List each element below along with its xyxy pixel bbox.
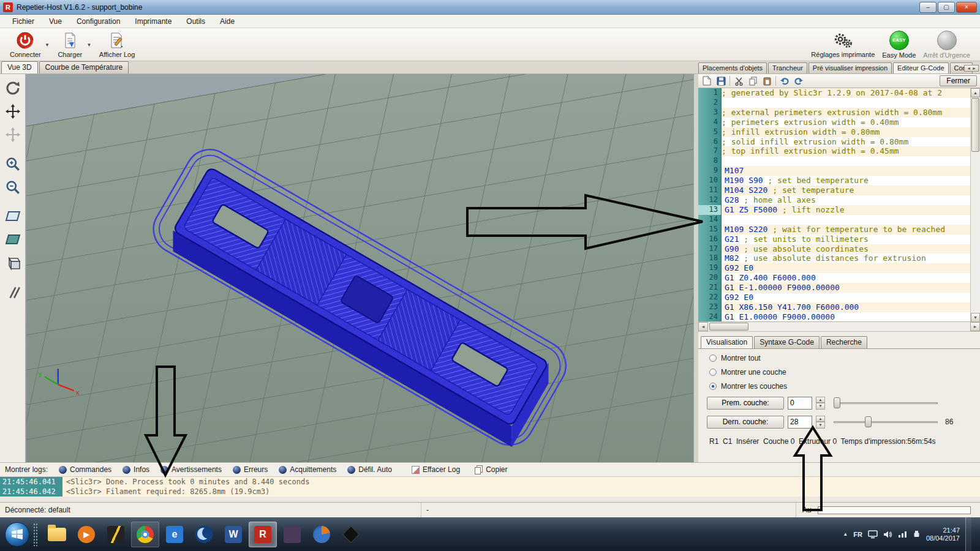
taskbar-media-player[interactable]: ▶ xyxy=(72,522,100,547)
connect-button[interactable]: Connecter xyxy=(6,30,45,59)
log-action-effacer-log[interactable]: Effacer Log xyxy=(412,465,460,474)
network-tray-icon[interactable] xyxy=(898,530,907,538)
taskbar-repetier-host[interactable]: R xyxy=(249,522,277,547)
close-editor-button[interactable]: Fermer xyxy=(940,75,977,86)
new-file-button[interactable] xyxy=(701,75,712,86)
log-toggle-commandes[interactable]: Commandes xyxy=(59,465,111,474)
taskbar-chrome[interactable] xyxy=(131,522,159,547)
slice-view-button[interactable] xyxy=(2,282,23,303)
radio-montrer-les-couches[interactable]: Montrer les couches xyxy=(709,382,971,391)
log-toggle-acquittements[interactable]: Acquittements xyxy=(279,465,336,474)
gcode-line[interactable]: 10M190 S90 ; set bed temperature xyxy=(698,176,970,186)
tab-editeur-g-code[interactable]: Editeur G-Code xyxy=(893,62,948,73)
close-button[interactable]: × xyxy=(956,2,977,13)
menu-item-configuration[interactable]: Configuration xyxy=(69,16,127,27)
menu-item-vue[interactable]: Vue xyxy=(42,16,69,27)
first-layer-button[interactable]: Prem. couche: xyxy=(707,397,784,410)
menu-item-aide[interactable]: Aide xyxy=(213,16,242,27)
menu-item-outils[interactable]: Outils xyxy=(179,16,213,27)
box-view-button[interactable] xyxy=(2,253,23,274)
rotate-view-button[interactable] xyxy=(2,78,23,99)
zoom-in-button[interactable] xyxy=(2,154,23,174)
first-layer-spinner[interactable]: ▲▼ xyxy=(816,397,825,410)
scroll-right-button[interactable]: ► xyxy=(970,322,980,331)
gcode-line[interactable]: 22G92 E0 xyxy=(698,293,970,302)
gcode-line[interactable]: 13G1 Z5 F5000 ; lift nozzle xyxy=(698,205,970,215)
volume-tray-icon[interactable] xyxy=(883,530,892,539)
power-tray-icon[interactable] xyxy=(913,530,921,538)
gcode-line[interactable]: 20G1 Z0.400 F6000.000 xyxy=(698,273,970,283)
gcode-line[interactable]: 18M82 ; use absolute distances for extru… xyxy=(698,253,970,263)
gcode-line[interactable]: 19G92 E0 xyxy=(698,263,970,273)
maximize-button[interactable]: ▢ xyxy=(938,2,955,13)
tab-trancheur[interactable]: Trancheur xyxy=(768,62,807,73)
last-layer-spinner[interactable]: ▲▼ xyxy=(816,416,825,429)
editor-hscrollbar[interactable]: ◄ ► xyxy=(698,322,980,332)
easy-mode-button[interactable]: EASY Easy Mode xyxy=(878,29,919,60)
vscroll-thumb[interactable] xyxy=(971,98,979,152)
gcode-line[interactable]: 6; solid infill extrusion width = 0.80mm xyxy=(698,137,970,147)
log-toggle-d-fil-auto[interactable]: Défil. Auto xyxy=(347,465,392,474)
last-layer-input[interactable] xyxy=(788,416,812,429)
start-button[interactable] xyxy=(5,522,29,547)
tab-vue-3d[interactable]: Vue 3D xyxy=(1,61,38,73)
cut-button[interactable] xyxy=(733,75,744,86)
move-view-button[interactable] xyxy=(2,101,23,122)
save-button[interactable] xyxy=(715,75,726,86)
gcode-line[interactable]: 5; infill extrusion width = 0.80mm xyxy=(698,127,970,137)
paste-button[interactable] xyxy=(761,75,772,86)
last-layer-slider[interactable] xyxy=(834,416,938,428)
gcode-line[interactable]: 15M109 S220 ; wait for temperature to be… xyxy=(698,225,970,234)
emergency-stop-button[interactable]: Arrêt d'Urgence xyxy=(919,29,974,60)
minimize-button[interactable]: – xyxy=(919,2,937,13)
gcode-line[interactable]: 7; top infill extrusion width = 0.45mm xyxy=(698,146,970,156)
taskbar-firefox[interactable] xyxy=(307,522,336,547)
connect-dropdown[interactable]: ▾ xyxy=(45,42,50,48)
redo-button[interactable] xyxy=(793,75,804,86)
taskbar-browser-moon[interactable] xyxy=(190,522,218,547)
iso-view-button[interactable] xyxy=(2,230,23,250)
gcode-line[interactable]: 16G21 ; set units to millimeters xyxy=(698,234,970,244)
move-object-button[interactable] xyxy=(2,124,23,145)
taskbar-inkscape[interactable] xyxy=(337,522,365,547)
gcode-line[interactable]: 24G1 E1.00000 F9000.00000 xyxy=(698,312,970,322)
tab-recherche[interactable]: Recherche xyxy=(821,336,867,348)
taskbar-windows-explorer[interactable] xyxy=(43,522,71,547)
first-layer-slider[interactable] xyxy=(834,397,938,409)
last-layer-slider-thumb[interactable] xyxy=(865,416,872,427)
gcode-line[interactable]: 9M107 xyxy=(698,166,970,176)
gcode-line[interactable]: 1; generated by Slic3r 1.2.9 on 2017-04-… xyxy=(698,88,970,98)
top-view-button[interactable] xyxy=(2,206,23,227)
copy-button[interactable] xyxy=(747,75,758,86)
taskbar-grip[interactable] xyxy=(33,523,39,546)
show-log-button[interactable]: Afficher Log xyxy=(96,30,139,59)
taskbar-utility[interactable] xyxy=(102,522,130,547)
taskbar-app-dark[interactable] xyxy=(278,522,306,547)
panel-splitter[interactable] xyxy=(694,74,698,462)
scroll-left-button[interactable]: ◄ xyxy=(698,322,708,331)
gcode-line[interactable]: 4; perimeters extrusion width = 0.40mm xyxy=(698,118,970,127)
taskbar-word[interactable]: W xyxy=(219,522,247,547)
first-layer-slider-thumb[interactable] xyxy=(834,397,840,408)
printer-settings-button[interactable]: Réglages imprimante xyxy=(807,30,878,59)
zoom-out-button[interactable] xyxy=(2,177,23,198)
gcode-line[interactable]: 11M104 S220 ; set temperature xyxy=(698,186,970,195)
radio-montrer-une-couche[interactable]: Montrer une couche xyxy=(709,368,971,377)
load-dropdown[interactable]: ▾ xyxy=(86,42,92,48)
tab-visualisation[interactable]: Visualisation xyxy=(701,336,753,348)
taskbar-internet-explorer[interactable]: e xyxy=(160,522,189,547)
gcode-line[interactable]: 14 xyxy=(698,215,970,225)
gcode-line[interactable]: 23G1 X86.150 Y41.700 F6000.000 xyxy=(698,302,970,312)
scroll-down-button[interactable]: ▼ xyxy=(971,313,980,322)
menu-item-imprimante[interactable]: Imprimante xyxy=(127,16,179,27)
log-toggle-erreurs[interactable]: Erreurs xyxy=(233,465,268,474)
log-toggle-infos[interactable]: Infos xyxy=(123,465,149,474)
load-button[interactable]: Charger xyxy=(53,30,86,59)
undo-button[interactable] xyxy=(779,75,790,86)
gcode-line[interactable]: 8 xyxy=(698,156,970,166)
clock[interactable]: 21:47 08/04/2017 xyxy=(926,527,960,542)
show-desktop-button[interactable] xyxy=(965,517,971,551)
last-layer-button[interactable]: Dern. couche: xyxy=(707,416,784,429)
log-action-copier[interactable]: Copier xyxy=(475,465,507,474)
tab-placements-d-objets[interactable]: Placements d'objets xyxy=(698,62,767,73)
